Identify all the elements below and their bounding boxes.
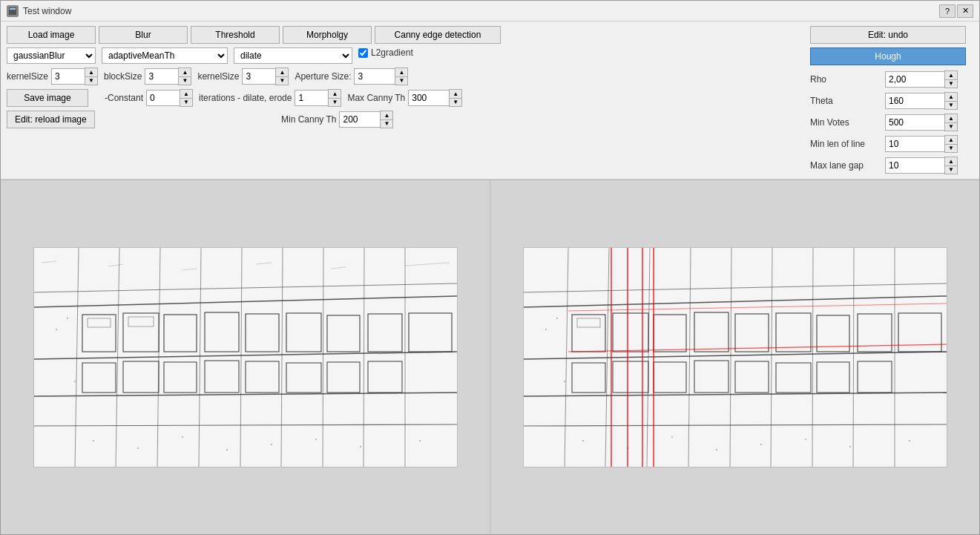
svg-point-38 (67, 318, 68, 319)
max-gap-up[interactable]: ▲ (945, 157, 957, 165)
l2gradient-checkbox[interactable] (358, 48, 368, 58)
min-len-input[interactable] (885, 136, 944, 152)
min-len-up[interactable]: ▲ (945, 136, 957, 144)
svg-rect-3 (34, 248, 457, 467)
blur-kernel-label: kernelSize (7, 71, 48, 82)
aperture-spin: ▲ ▼ (354, 68, 408, 85)
iterations-input[interactable] (295, 90, 328, 106)
morph-kernel-down[interactable]: ▼ (276, 76, 288, 85)
min-votes-input[interactable] (885, 114, 944, 131)
params-row2: kernelSize ▲ ▼ blockSize (7, 68, 803, 85)
threshold-col: adaptiveMeanTh adaptiveGaussianTh binary (102, 47, 228, 64)
theta-spinbtns: ▲ ▼ (944, 92, 958, 110)
help-button[interactable]: ? (939, 4, 956, 18)
svg-point-93 (545, 329, 547, 330)
rho-input[interactable] (885, 71, 944, 88)
max-canny-row: Max Canny Th ▲ ▼ (347, 89, 462, 107)
morpholgy-button[interactable]: Morpholgy (283, 26, 372, 44)
max-gap-row: Max lane gap ▲ ▼ (810, 157, 973, 174)
blur-kernel-down[interactable]: ▼ (85, 76, 97, 85)
morph-kernel-row: kernelSize ▲ ▼ (197, 68, 289, 85)
morphology-col: dilate erode open close (234, 47, 352, 64)
min-canny-down[interactable]: ▼ (381, 119, 392, 128)
svg-point-42 (182, 436, 183, 438)
morph-kernel-up[interactable]: ▲ (276, 68, 288, 76)
max-gap-input[interactable] (885, 157, 944, 174)
canny-edge-button[interactable]: Canny edge detection (375, 26, 501, 44)
max-gap-down[interactable]: ▼ (945, 165, 957, 174)
left-controls: Load image Blur Threshold Morpholgy Cann… (7, 26, 803, 128)
load-image-button[interactable]: Load image (7, 26, 96, 44)
aperture-down[interactable]: ▼ (395, 76, 407, 85)
iterations-label: iterations - dilate, erode (199, 93, 292, 103)
main-window: Test window ? ✕ Load image Blur Threshol… (0, 0, 980, 535)
min-votes-label: Min Votes (810, 117, 881, 128)
svg-point-96 (582, 440, 584, 442)
svg-point-101 (805, 439, 806, 440)
theta-down[interactable]: ▼ (945, 101, 957, 109)
min-len-spinbtns: ▲ ▼ (944, 135, 958, 153)
aperture-input[interactable] (354, 68, 395, 85)
constant-down[interactable]: ▼ (180, 98, 192, 106)
constant-row: -Constant ▲ ▼ (105, 89, 193, 107)
blur-method-select[interactable]: gaussianBlur (7, 47, 96, 64)
rho-up[interactable]: ▲ (945, 71, 957, 79)
max-canny-input[interactable] (408, 90, 449, 106)
min-canny-input[interactable] (339, 111, 380, 128)
iterations-up[interactable]: ▲ (329, 90, 341, 98)
min-votes-down[interactable]: ▼ (945, 122, 957, 131)
threshold-button[interactable]: Threshold (191, 26, 280, 44)
l2gradient-label: L2gradient (371, 47, 413, 58)
iterations-row: iterations - dilate, erode ▲ ▼ (199, 89, 341, 107)
right-image (523, 247, 947, 467)
svg-point-45 (315, 439, 317, 440)
title-bar: Test window ? ✕ (1, 1, 979, 22)
svg-point-41 (137, 447, 139, 449)
constant-up[interactable]: ▲ (180, 90, 192, 98)
canny-col: L2gradient (358, 47, 413, 58)
min-len-down[interactable]: ▼ (945, 144, 957, 152)
aperture-spinbtns: ▲ ▼ (395, 68, 408, 85)
max-canny-down[interactable]: ▼ (450, 98, 461, 106)
svg-point-46 (360, 446, 361, 447)
theta-row: Theta ▲ ▼ (810, 92, 973, 110)
blur-kernel-up[interactable]: ▲ (85, 68, 97, 76)
min-canny-up[interactable]: ▲ (381, 111, 392, 119)
svg-point-99 (716, 449, 717, 450)
threshold-method-select[interactable]: adaptiveMeanTh adaptiveGaussianTh binary (102, 47, 228, 64)
blur-kernel-row: kernelSize ▲ ▼ (7, 68, 98, 85)
min-votes-up[interactable]: ▲ (945, 114, 957, 122)
constant-input[interactable] (146, 90, 180, 106)
min-len-spin: ▲ ▼ (885, 135, 958, 153)
max-canny-up[interactable]: ▲ (450, 90, 461, 98)
main-buttons-row: Load image Blur Threshold Morpholgy Cann… (7, 26, 803, 44)
blur-kernel-input[interactable] (51, 68, 85, 85)
aperture-up[interactable]: ▲ (395, 68, 407, 76)
svg-rect-1 (10, 8, 16, 10)
hough-button[interactable]: Hough (810, 47, 966, 65)
min-canny-label: Min Canny Th (281, 114, 336, 125)
constant-spinbtns: ▲ ▼ (180, 89, 193, 107)
theta-up[interactable]: ▲ (945, 93, 957, 101)
close-button[interactable]: ✕ (957, 4, 973, 18)
blocksize-input[interactable] (145, 68, 178, 85)
edit-undo-button[interactable]: Edit: undo (810, 26, 966, 44)
morph-kernel-input[interactable] (242, 68, 275, 85)
min-canny-spin: ▲ ▼ (339, 111, 393, 128)
constant-label: -Constant (105, 93, 143, 103)
blur-button[interactable]: Blur (99, 26, 188, 44)
theta-input[interactable] (885, 93, 944, 109)
max-gap-label: Max lane gap (810, 160, 881, 171)
rho-spinbtns: ▲ ▼ (944, 70, 958, 88)
save-image-button[interactable]: Save image (7, 89, 88, 107)
blocksize-up[interactable]: ▲ (179, 68, 191, 76)
blocksize-down[interactable]: ▼ (179, 76, 191, 85)
left-image-panel (1, 180, 490, 534)
morph-method-select[interactable]: dilate erode open close (234, 47, 352, 64)
svg-point-39 (74, 381, 76, 382)
min-votes-spin: ▲ ▼ (885, 114, 958, 131)
iterations-spin: ▲ ▼ (295, 89, 341, 107)
edit-reload-button[interactable]: Edit: reload image (7, 111, 95, 128)
iterations-down[interactable]: ▼ (329, 98, 341, 106)
rho-down[interactable]: ▼ (945, 79, 957, 88)
